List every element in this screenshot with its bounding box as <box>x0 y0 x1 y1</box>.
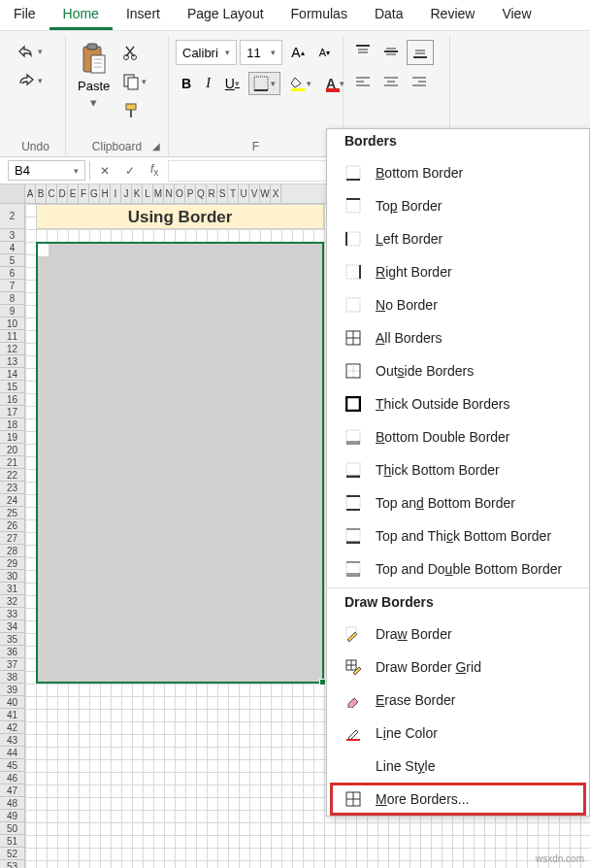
row-header[interactable]: 25 <box>0 507 25 519</box>
row-header[interactable]: 43 <box>0 734 25 747</box>
bold-button[interactable]: B <box>176 72 197 95</box>
column-header[interactable]: J <box>121 184 132 203</box>
menu-review[interactable]: Review <box>417 0 489 30</box>
row-header[interactable]: 31 <box>0 583 25 595</box>
row-header[interactable]: 32 <box>0 595 25 608</box>
underline-button[interactable]: U ▾ <box>219 72 246 95</box>
column-header[interactable]: C <box>47 184 57 203</box>
row-header[interactable]: 52 <box>0 848 25 860</box>
row-header[interactable]: 39 <box>0 684 25 696</box>
paste-button[interactable]: Paste ▾ <box>72 39 115 132</box>
menu-data[interactable]: Data <box>361 0 417 30</box>
row-header[interactable]: 27 <box>0 532 25 545</box>
row-header[interactable]: 14 <box>0 368 25 381</box>
menu-home[interactable]: Home <box>49 0 113 30</box>
menu-file[interactable]: File <box>0 0 49 30</box>
row-header[interactable]: 3 <box>0 229 25 242</box>
format-painter-button[interactable] <box>119 99 149 122</box>
row-header[interactable]: 17 <box>0 406 25 418</box>
row-header[interactable]: 15 <box>0 381 25 393</box>
clipboard-dialog-launcher[interactable]: ◢ <box>152 141 164 152</box>
italic-button[interactable]: I <box>200 72 216 95</box>
column-header[interactable]: T <box>228 184 239 203</box>
column-header[interactable]: U <box>239 184 249 203</box>
row-header[interactable]: 11 <box>0 330 25 343</box>
row-header[interactable]: 6 <box>0 267 25 280</box>
column-header[interactable]: S <box>217 184 228 203</box>
row-header[interactable]: 22 <box>0 469 25 482</box>
cancel-formula-button[interactable]: ✕ <box>94 162 115 180</box>
column-header[interactable]: Q <box>196 184 207 203</box>
row-header[interactable]: 44 <box>0 747 25 759</box>
menu-view[interactable]: View <box>488 0 544 30</box>
row-header[interactable]: 45 <box>0 759 25 772</box>
fill-color-button[interactable]: ▾ <box>283 72 317 95</box>
dropdown-item-border-all[interactable]: All Borders <box>327 321 589 354</box>
dropdown-item-border-top-thick-bottom[interactable]: Top and Thick Bottom Border <box>327 519 589 552</box>
row-header[interactable]: 10 <box>0 317 25 330</box>
column-header[interactable]: M <box>153 184 164 203</box>
align-middle-button[interactable] <box>378 40 404 65</box>
column-header[interactable]: L <box>143 184 153 203</box>
row-header[interactable]: 38 <box>0 671 25 684</box>
align-top-button[interactable] <box>350 40 376 65</box>
row-header[interactable]: 29 <box>0 557 25 570</box>
row-header[interactable]: 34 <box>0 620 25 633</box>
menu-page-layout[interactable]: Page Layout <box>174 0 278 30</box>
copy-button[interactable]: ▾ <box>119 70 149 93</box>
row-header[interactable]: 19 <box>0 431 25 444</box>
dropdown-item-erase-border[interactable]: Erase Border <box>327 684 589 717</box>
redo-button[interactable]: ▾ <box>14 70 57 91</box>
column-header[interactable]: P <box>185 184 196 203</box>
dropdown-item-border-outside[interactable]: Outside Borders <box>327 354 589 387</box>
row-header[interactable]: 36 <box>0 646 25 658</box>
font-name-dropdown[interactable]: Calibri ▾ <box>176 40 237 65</box>
column-header[interactable]: G <box>89 184 100 203</box>
dropdown-item-border-none[interactable]: No Border <box>327 288 589 321</box>
row-header[interactable]: 2 <box>0 204 25 229</box>
undo-button[interactable]: ▾ <box>14 41 57 62</box>
row-header[interactable]: 18 <box>0 418 25 431</box>
decrease-font-button[interactable]: A▾ <box>313 43 336 62</box>
column-header[interactable]: N <box>164 184 175 203</box>
dropdown-item-draw-border[interactable]: Draw Border <box>327 618 589 651</box>
row-header[interactable]: 5 <box>0 254 25 267</box>
increase-font-button[interactable]: A▴ <box>285 41 310 64</box>
row-header[interactable]: 46 <box>0 772 25 785</box>
column-header[interactable]: K <box>132 184 143 203</box>
dropdown-item-line-color[interactable]: Line Color <box>327 717 589 750</box>
row-header[interactable]: 30 <box>0 570 25 583</box>
dropdown-item-border-top[interactable]: Top Border <box>327 189 589 222</box>
row-header[interactable]: 20 <box>0 444 25 456</box>
align-left-button[interactable] <box>350 71 376 94</box>
row-header[interactable]: 12 <box>0 343 25 355</box>
column-header[interactable]: F <box>79 184 89 203</box>
cut-button[interactable] <box>119 41 149 64</box>
confirm-formula-button[interactable]: ✓ <box>119 162 141 180</box>
row-header[interactable]: 51 <box>0 835 25 848</box>
column-header[interactable]: B <box>36 184 47 203</box>
fx-button[interactable]: fx <box>145 160 164 180</box>
row-header[interactable]: 13 <box>0 355 25 368</box>
dropdown-item-more-borders[interactable]: More Borders... <box>330 783 586 816</box>
align-bottom-button[interactable] <box>407 40 434 65</box>
row-header[interactable]: 8 <box>0 292 25 305</box>
column-header[interactable]: D <box>57 184 68 203</box>
column-header[interactable]: V <box>249 184 260 203</box>
row-header[interactable]: 4 <box>0 242 25 254</box>
row-header[interactable]: 41 <box>0 709 25 721</box>
selection-handle[interactable] <box>319 679 326 685</box>
dropdown-item-border-left[interactable]: Left Border <box>327 222 589 255</box>
column-header[interactable]: W <box>260 184 271 203</box>
column-header[interactable]: O <box>175 184 185 203</box>
column-header[interactable]: R <box>207 184 217 203</box>
title-cell[interactable]: Using Border <box>36 204 324 229</box>
row-header[interactable]: 42 <box>0 721 25 734</box>
column-header[interactable]: A <box>25 184 36 203</box>
row-header[interactable]: 28 <box>0 545 25 557</box>
row-header[interactable]: 49 <box>0 810 25 822</box>
dropdown-item-border-bottom-double[interactable]: Bottom Double Border <box>327 420 589 453</box>
row-header[interactable]: 37 <box>0 658 25 671</box>
column-header[interactable]: X <box>271 184 281 203</box>
border-dropdown-button[interactable]: ▾ <box>248 72 280 95</box>
